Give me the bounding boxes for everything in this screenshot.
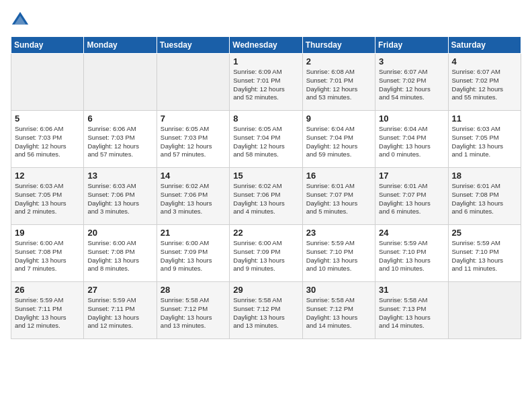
- day-number: 31: [379, 285, 444, 295]
- day-header: Tuesday: [157, 37, 229, 54]
- logo: [11, 11, 32, 30]
- calendar-cell: [157, 54, 229, 111]
- day-info: Sunrise: 6:01 AM Sunset: 7:07 PM Dayligh…: [379, 182, 444, 216]
- day-info: Sunrise: 6:07 AM Sunset: 7:02 PM Dayligh…: [452, 68, 517, 102]
- calendar-cell: 4Sunrise: 6:07 AM Sunset: 7:02 PM Daylig…: [448, 54, 521, 111]
- day-number: 28: [161, 285, 226, 295]
- calendar-cell: 12Sunrise: 6:03 AM Sunset: 7:05 PM Dayli…: [11, 168, 84, 225]
- day-number: 29: [233, 285, 298, 295]
- day-number: 22: [233, 228, 298, 238]
- day-info: Sunrise: 6:08 AM Sunset: 7:01 PM Dayligh…: [306, 68, 371, 102]
- day-number: 21: [161, 228, 226, 238]
- page-header: [11, 11, 521, 30]
- day-number: 9: [306, 113, 371, 124]
- calendar-cell: 24Sunrise: 5:59 AM Sunset: 7:10 PM Dayli…: [375, 225, 448, 282]
- day-info: Sunrise: 5:59 AM Sunset: 7:11 PM Dayligh…: [87, 296, 152, 330]
- calendar-cell: 16Sunrise: 6:01 AM Sunset: 7:07 PM Dayli…: [302, 168, 375, 225]
- logo-icon: [11, 11, 30, 30]
- day-info: Sunrise: 6:03 AM Sunset: 7:05 PM Dayligh…: [15, 182, 80, 216]
- calendar-cell: 25Sunrise: 5:59 AM Sunset: 7:10 PM Dayli…: [448, 225, 521, 282]
- day-header: Saturday: [448, 37, 521, 54]
- day-info: Sunrise: 6:06 AM Sunset: 7:03 PM Dayligh…: [87, 125, 152, 159]
- calendar-cell: 30Sunrise: 5:58 AM Sunset: 7:12 PM Dayli…: [302, 282, 375, 339]
- day-info: Sunrise: 6:07 AM Sunset: 7:02 PM Dayligh…: [379, 68, 444, 102]
- calendar-cell: 7Sunrise: 6:05 AM Sunset: 7:03 PM Daylig…: [157, 111, 229, 168]
- calendar-cell: 6Sunrise: 6:06 AM Sunset: 7:03 PM Daylig…: [84, 111, 157, 168]
- calendar-cell: 1Sunrise: 6:09 AM Sunset: 7:01 PM Daylig…: [230, 54, 302, 111]
- day-number: 27: [87, 285, 152, 295]
- calendar-cell: 18Sunrise: 6:01 AM Sunset: 7:08 PM Dayli…: [448, 168, 521, 225]
- day-number: 19: [15, 228, 80, 238]
- day-number: 4: [452, 56, 517, 66]
- day-number: 24: [379, 228, 444, 238]
- calendar-cell: [11, 54, 84, 111]
- calendar-cell: 23Sunrise: 5:59 AM Sunset: 7:10 PM Dayli…: [302, 225, 375, 282]
- day-info: Sunrise: 5:58 AM Sunset: 7:12 PM Dayligh…: [161, 296, 226, 330]
- day-header: Monday: [84, 37, 157, 54]
- day-info: Sunrise: 6:03 AM Sunset: 7:06 PM Dayligh…: [87, 182, 152, 216]
- day-info: Sunrise: 6:00 AM Sunset: 7:08 PM Dayligh…: [15, 239, 80, 273]
- day-number: 11: [452, 113, 517, 124]
- calendar-week-row: 26Sunrise: 5:59 AM Sunset: 7:11 PM Dayli…: [11, 282, 521, 339]
- day-number: 23: [306, 228, 371, 238]
- day-number: 3: [379, 56, 444, 66]
- calendar-cell: 20Sunrise: 6:00 AM Sunset: 7:08 PM Dayli…: [84, 225, 157, 282]
- day-number: 20: [87, 228, 152, 238]
- calendar-cell: 15Sunrise: 6:02 AM Sunset: 7:06 PM Dayli…: [230, 168, 302, 225]
- calendar-week-row: 12Sunrise: 6:03 AM Sunset: 7:05 PM Dayli…: [11, 168, 521, 225]
- day-number: 26: [15, 285, 80, 295]
- day-info: Sunrise: 5:58 AM Sunset: 7:12 PM Dayligh…: [306, 296, 371, 330]
- day-info: Sunrise: 6:05 AM Sunset: 7:03 PM Dayligh…: [161, 125, 226, 159]
- day-number: 25: [452, 228, 517, 238]
- day-number: 15: [233, 171, 298, 181]
- calendar-cell: 2Sunrise: 6:08 AM Sunset: 7:01 PM Daylig…: [302, 54, 375, 111]
- calendar-cell: [448, 282, 521, 339]
- day-header: Thursday: [302, 37, 375, 54]
- calendar-cell: 31Sunrise: 5:58 AM Sunset: 7:13 PM Dayli…: [375, 282, 448, 339]
- day-info: Sunrise: 6:06 AM Sunset: 7:03 PM Dayligh…: [15, 125, 80, 159]
- calendar-cell: 21Sunrise: 6:00 AM Sunset: 7:09 PM Dayli…: [157, 225, 229, 282]
- day-number: 7: [161, 113, 226, 124]
- calendar-cell: 8Sunrise: 6:05 AM Sunset: 7:04 PM Daylig…: [230, 111, 302, 168]
- calendar-cell: 14Sunrise: 6:02 AM Sunset: 7:06 PM Dayli…: [157, 168, 229, 225]
- day-header: Wednesday: [230, 37, 302, 54]
- day-info: Sunrise: 5:58 AM Sunset: 7:13 PM Dayligh…: [379, 296, 444, 330]
- calendar-cell: 9Sunrise: 6:04 AM Sunset: 7:04 PM Daylig…: [302, 111, 375, 168]
- calendar-cell: 22Sunrise: 6:00 AM Sunset: 7:09 PM Dayli…: [230, 225, 302, 282]
- calendar-table: SundayMondayTuesdayWednesdayThursdayFrid…: [11, 36, 521, 339]
- day-header: Sunday: [11, 37, 84, 54]
- day-info: Sunrise: 5:59 AM Sunset: 7:10 PM Dayligh…: [306, 239, 371, 273]
- day-info: Sunrise: 6:03 AM Sunset: 7:05 PM Dayligh…: [452, 125, 517, 159]
- day-number: 6: [87, 113, 152, 124]
- calendar-cell: 28Sunrise: 5:58 AM Sunset: 7:12 PM Dayli…: [157, 282, 229, 339]
- day-info: Sunrise: 6:04 AM Sunset: 7:04 PM Dayligh…: [379, 125, 444, 159]
- calendar-week-row: 1Sunrise: 6:09 AM Sunset: 7:01 PM Daylig…: [11, 54, 521, 111]
- calendar-cell: 13Sunrise: 6:03 AM Sunset: 7:06 PM Dayli…: [84, 168, 157, 225]
- calendar-week-row: 5Sunrise: 6:06 AM Sunset: 7:03 PM Daylig…: [11, 111, 521, 168]
- calendar-cell: 19Sunrise: 6:00 AM Sunset: 7:08 PM Dayli…: [11, 225, 84, 282]
- day-info: Sunrise: 6:00 AM Sunset: 7:09 PM Dayligh…: [233, 239, 298, 273]
- day-number: 10: [379, 113, 444, 124]
- day-info: Sunrise: 6:09 AM Sunset: 7:01 PM Dayligh…: [233, 68, 298, 102]
- calendar-cell: 10Sunrise: 6:04 AM Sunset: 7:04 PM Dayli…: [375, 111, 448, 168]
- day-number: 5: [15, 113, 80, 124]
- calendar-week-row: 19Sunrise: 6:00 AM Sunset: 7:08 PM Dayli…: [11, 225, 521, 282]
- day-info: Sunrise: 5:59 AM Sunset: 7:10 PM Dayligh…: [379, 239, 444, 273]
- day-info: Sunrise: 5:59 AM Sunset: 7:10 PM Dayligh…: [452, 239, 517, 273]
- day-info: Sunrise: 6:05 AM Sunset: 7:04 PM Dayligh…: [233, 125, 298, 159]
- day-number: 12: [15, 171, 80, 181]
- day-number: 14: [161, 171, 226, 181]
- day-number: 17: [379, 171, 444, 181]
- day-number: 13: [87, 171, 152, 181]
- calendar-cell: 5Sunrise: 6:06 AM Sunset: 7:03 PM Daylig…: [11, 111, 84, 168]
- calendar-cell: 3Sunrise: 6:07 AM Sunset: 7:02 PM Daylig…: [375, 54, 448, 111]
- day-info: Sunrise: 6:02 AM Sunset: 7:06 PM Dayligh…: [161, 182, 226, 216]
- day-header: Friday: [375, 37, 448, 54]
- calendar-cell: 27Sunrise: 5:59 AM Sunset: 7:11 PM Dayli…: [84, 282, 157, 339]
- calendar-cell: 11Sunrise: 6:03 AM Sunset: 7:05 PM Dayli…: [448, 111, 521, 168]
- day-info: Sunrise: 6:02 AM Sunset: 7:06 PM Dayligh…: [233, 182, 298, 216]
- day-info: Sunrise: 6:01 AM Sunset: 7:07 PM Dayligh…: [306, 182, 371, 216]
- day-number: 8: [233, 113, 298, 124]
- calendar-cell: 17Sunrise: 6:01 AM Sunset: 7:07 PM Dayli…: [375, 168, 448, 225]
- calendar-cell: 29Sunrise: 5:58 AM Sunset: 7:12 PM Dayli…: [230, 282, 302, 339]
